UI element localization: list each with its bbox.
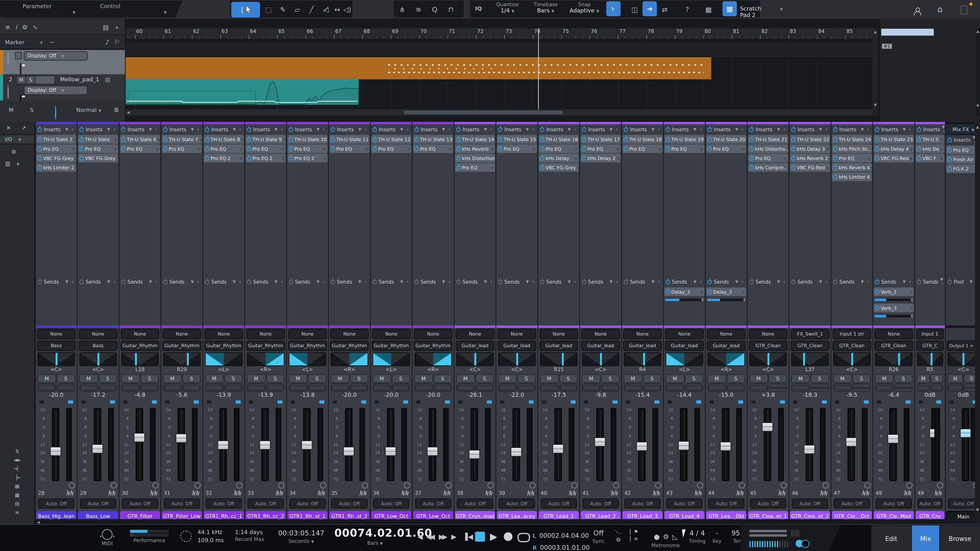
inserts-power-icon[interactable]: [791, 127, 795, 132]
pan-value[interactable]: <C>: [580, 367, 621, 374]
mono-button[interactable]: [917, 384, 930, 392]
meter-mode-dial[interactable]: [111, 483, 117, 489]
fader-db-value[interactable]: -9.5: [831, 392, 872, 400]
clip-led[interactable]: [278, 400, 283, 403]
meter-mode-dial[interactable]: [236, 483, 242, 489]
channel-strip[interactable]: Inserts▼ ＋TH-U Slate 7▼Pro EQ▼Sends▼ ＋No…: [161, 122, 202, 519]
pan-value[interactable]: L18: [119, 367, 161, 374]
sends-header[interactable]: Sends▼ ＋: [789, 277, 830, 287]
pan-value[interactable]: <R>: [412, 367, 453, 374]
plugin-power-icon[interactable]: [582, 156, 586, 160]
pan-value[interactable]: R15: [538, 367, 579, 374]
audio-bend-button[interactable]: ⋔: [395, 2, 409, 17]
scroll-end-icon[interactable]: →▏: [13, 466, 21, 472]
automation-mode-button[interactable]: Auto: Off: [582, 499, 619, 509]
fader-db-value[interactable]: -6.4: [873, 392, 914, 400]
clip-led[interactable]: [822, 400, 827, 403]
plugin-power-icon[interactable]: [414, 137, 419, 141]
scratchpad-scrollbar[interactable]: ▲▼: [976, 29, 980, 116]
fader-track[interactable]: [722, 408, 729, 481]
flag-marker-icon[interactable]: ⚐: [115, 39, 120, 46]
input-select-button[interactable]: None: [372, 329, 410, 339]
plugin-power-icon[interactable]: [624, 137, 628, 141]
meter-mode-dial[interactable]: [320, 483, 326, 489]
pan-control[interactable]: [80, 352, 117, 366]
channel-name-chip[interactable]: Bass_Low: [78, 511, 118, 519]
insert-slot[interactable]: Pro EQ 2▼: [246, 154, 286, 163]
input-select-button[interactable]: None: [330, 329, 369, 339]
output-bus-button[interactable]: Guitar_lead: [539, 341, 578, 351]
plugin-power-icon[interactable]: [749, 156, 754, 160]
fader-db-value[interactable]: -13.8: [287, 392, 328, 400]
fader-track[interactable]: [94, 408, 101, 481]
plugin-power-icon[interactable]: [456, 165, 461, 170]
main-time[interactable]: 00074.02.01.60 Bars ▼: [334, 527, 416, 546]
insert-slot[interactable]: VBC FG-Grey▼: [37, 154, 76, 163]
fader-cap[interactable]: [259, 440, 270, 450]
fader-track[interactable]: [680, 408, 687, 481]
record-button[interactable]: [504, 532, 512, 541]
clip-led[interactable]: [864, 400, 869, 403]
pan-value[interactable]: R29: [161, 367, 202, 374]
plugin-power-icon[interactable]: [917, 156, 921, 160]
pan-control[interactable]: [540, 352, 578, 366]
insert-slot[interactable]: kHs Reverb 4▼: [832, 163, 872, 172]
channel-name-chip[interactable]: Bass_Hig..lean: [37, 511, 76, 519]
polarity-button[interactable]: [685, 384, 703, 392]
inserts-power-icon[interactable]: [163, 127, 167, 132]
sends-power-icon[interactable]: [247, 279, 251, 284]
channel-name-chip[interactable]: GTR_Lea.._Dbl: [706, 511, 746, 519]
automation-mode-button[interactable]: Auto: Off: [289, 499, 326, 509]
precount-icons[interactable]: ⟍‥ ⚙: [615, 529, 622, 543]
plugin-power-icon[interactable]: [372, 147, 377, 151]
automation-mode-button[interactable]: Auto: Off: [164, 499, 200, 509]
fader-track[interactable]: [303, 408, 310, 481]
insert-slot[interactable]: kHs Delay 3▼: [790, 144, 830, 153]
sends-power-icon[interactable]: [833, 279, 837, 284]
insert-slot[interactable]: VBC FG-Red▼: [874, 154, 914, 163]
fader-db-value[interactable]: -13.9: [203, 392, 244, 400]
send-slot[interactable]: Delay_3▼: [706, 287, 746, 296]
plugin-power-icon[interactable]: [833, 165, 837, 170]
inserts-power-icon[interactable]: [331, 127, 335, 132]
pan-control[interactable]: [372, 352, 410, 366]
automation-mode-button[interactable]: Auto: Off: [457, 499, 493, 509]
range-tool-button[interactable]: ⬚: [261, 2, 275, 17]
pan-value[interactable]: <R>: [706, 367, 747, 374]
insert-slot[interactable]: Pro EQ▼: [413, 144, 453, 153]
automation-mode-button[interactable]: Auto: Off: [541, 499, 577, 509]
plugin-power-icon[interactable]: [875, 156, 879, 160]
output-bus-button[interactable]: Guitar_lead: [581, 341, 620, 351]
forward-button[interactable]: ▶▶: [439, 533, 446, 541]
mute-button[interactable]: M: [875, 374, 893, 383]
polarity-button[interactable]: [224, 384, 242, 392]
sends-header[interactable]: Sends▼ ＋: [706, 277, 747, 287]
insert-slot[interactable]: kHs Reverb▼: [455, 144, 495, 153]
fader-db-value[interactable]: -15.4: [622, 392, 663, 400]
inspector-icon[interactable]: i: [15, 24, 17, 30]
clip-led[interactable]: [361, 400, 366, 403]
marker-lane[interactable]: [126, 43, 878, 58]
inserts-header[interactable]: Inserts▼ ＋: [789, 124, 830, 134]
insert-slot[interactable]: TH-U Slate 11▼: [329, 135, 369, 144]
clip-led[interactable]: [445, 400, 450, 403]
fader-cap[interactable]: [427, 446, 438, 456]
channel-name-chip[interactable]: GTR_Crun..lead: [455, 511, 495, 519]
loop-range[interactable]: L 00002.04.04.00 R 00003.01.01.00: [533, 529, 590, 551]
output-bus-button[interactable]: GTR_Clean: [875, 341, 913, 351]
channel-list-icon[interactable]: ≡: [15, 510, 19, 516]
inserts-header[interactable]: Inserts▼ ＋: [873, 124, 914, 134]
insert-slot[interactable]: TH-U Slate 9▼: [246, 135, 286, 144]
bar-grid-icon[interactable]: ▏≡: [630, 536, 638, 541]
insert-slot[interactable]: TH-U Slate 7▼: [162, 135, 202, 144]
insert-slot[interactable]: Pro EQ▼: [664, 144, 705, 153]
mono-button[interactable]: [289, 384, 307, 392]
insert-slot[interactable]: TH-U Slate 23▼: [874, 135, 914, 144]
output-bus-button[interactable]: Guitar_Rhythm: [246, 341, 285, 351]
meter-mode-dial[interactable]: [488, 483, 494, 489]
edit-view-button[interactable]: Edit: [871, 526, 912, 551]
solo-button[interactable]: S: [852, 374, 871, 383]
solo-button[interactable]: S: [308, 374, 326, 383]
meter-mode-dial[interactable]: [822, 483, 829, 489]
insert-slot[interactable]: TH-U Slate 21▼: [748, 135, 788, 144]
